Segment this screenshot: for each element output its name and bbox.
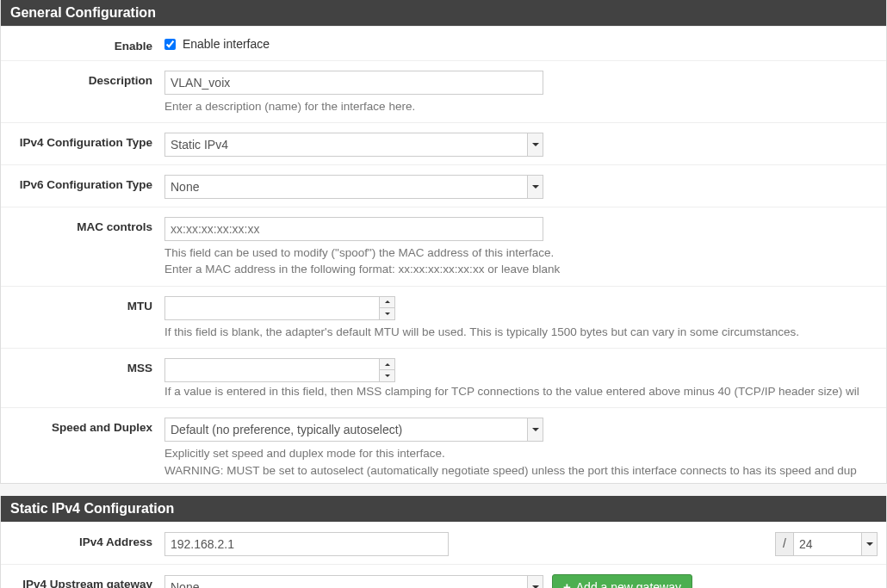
row-speed: Speed and Duplex Default (no preference,… xyxy=(1,407,886,482)
panel-static-ipv4: Static IPv4 Configuration IPv4 Address /… xyxy=(0,496,887,588)
panel-title: Static IPv4 Configuration xyxy=(10,501,174,516)
panel-title: General Configuration xyxy=(10,5,156,20)
help-mtu: If this field is blank, the adapter's de… xyxy=(164,325,878,340)
label-enable: Enable xyxy=(1,34,164,53)
help-mac-1: This field can be used to modify ("spoof… xyxy=(164,245,878,261)
label-ipv4-address: IPv4 Address xyxy=(1,530,164,548)
panel-header-static-ipv4: Static IPv4 Configuration xyxy=(1,496,886,522)
description-input[interactable] xyxy=(164,71,543,95)
label-ipv4-type: IPv4 Configuration Type xyxy=(1,131,164,149)
mtu-input[interactable] xyxy=(164,296,395,320)
label-ipv6-type: IPv6 Configuration Type xyxy=(1,173,164,191)
help-mac-2: Enter a MAC address in the following for… xyxy=(164,262,878,277)
add-gateway-button[interactable]: + Add a new gateway xyxy=(552,574,692,588)
panel-general-configuration: General Configuration Enable Enable inte… xyxy=(0,0,887,484)
plus-icon: + xyxy=(563,580,571,588)
row-ipv4-type: IPv4 Configuration Type Static IPv4 xyxy=(1,122,886,164)
row-ipv4-address: IPv4 Address / 24 xyxy=(1,522,886,564)
row-mss: MSS If a value is entered in this field,… xyxy=(1,348,886,407)
row-description: Description Enter a description (name) f… xyxy=(1,60,886,122)
label-mss: MSS xyxy=(1,356,164,374)
row-ipv4-gateway: IPv4 Upstream gateway None + Add a new g… xyxy=(1,564,886,588)
row-ipv6-type: IPv6 Configuration Type None xyxy=(1,164,886,207)
add-gateway-button-label: Add a new gateway xyxy=(576,580,681,588)
help-mss: If a value is entered in this field, the… xyxy=(164,384,878,399)
mss-input[interactable] xyxy=(164,358,395,382)
mac-input[interactable] xyxy=(164,217,543,241)
enable-checkbox-wrapper[interactable]: Enable interface xyxy=(164,36,270,50)
panel-header-general: General Configuration xyxy=(1,0,886,26)
ipv4-mask-select[interactable]: 24 xyxy=(793,532,878,556)
enable-checkbox-label: Enable interface xyxy=(183,37,270,51)
label-mac: MAC controls xyxy=(1,215,164,233)
row-enable: Enable Enable interface xyxy=(1,26,886,60)
enable-checkbox[interactable] xyxy=(164,39,176,50)
help-speed-1: Explicitly set speed and duplex mode for… xyxy=(164,446,878,461)
ipv4-type-select[interactable]: Static IPv4 xyxy=(164,133,543,157)
label-ipv4-gateway: IPv4 Upstream gateway xyxy=(1,573,164,588)
mask-separator: / xyxy=(775,532,794,556)
help-speed-2: WARNING: MUST be set to autoselect (auto… xyxy=(164,463,878,479)
row-mac: MAC controls This field can be used to m… xyxy=(1,207,886,285)
label-speed: Speed and Duplex xyxy=(1,416,164,434)
row-mtu: MTU If this field is blank, the adapter'… xyxy=(1,286,886,348)
ipv6-type-select[interactable]: None xyxy=(164,175,543,199)
ipv4-address-input[interactable] xyxy=(164,532,449,556)
help-description: Enter a description (name) for the inter… xyxy=(164,99,878,115)
ipv4-gateway-select[interactable]: None xyxy=(164,575,543,588)
label-description: Description xyxy=(1,69,164,87)
label-mtu: MTU xyxy=(1,294,164,313)
speed-select[interactable]: Default (no preference, typically autose… xyxy=(164,418,543,442)
